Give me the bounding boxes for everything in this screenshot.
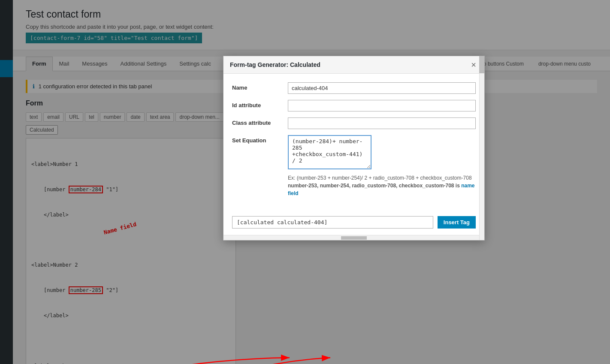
modal-name-input[interactable] [288,82,476,94]
modal-id-row: Id attribute [232,100,476,111]
modal-name-field-desc: number-253, number-254, radio_custom-708… [288,183,475,196]
modal-scrollbar-track[interactable] [479,56,484,240]
modal-name-label: Name [232,82,288,91]
modal-name-row: Name [232,82,476,94]
modal-equation-example: Ex: (number-253 + number-254)/ 2 + radio… [288,174,476,197]
modal-h-scrollbar[interactable] [223,235,484,240]
modal-name-field-link[interactable]: name field [288,183,475,196]
modal-id-input[interactable] [288,100,476,111]
modal-close-button[interactable]: × [469,60,478,69]
modal-class-label: Class attribute [232,117,288,126]
modal-bottom-row: Insert Tag [223,212,484,235]
modal-title: Form-tag Generator: Calculated [230,61,320,68]
modal-tag-output[interactable] [232,216,433,229]
modal-scrollbar-thumb[interactable] [479,56,484,73]
modal-equation-row: Set Equation (number-284)+ number-285 +c… [232,135,476,197]
modal-body: Name Id attribute Class attribute Set Eq… [223,74,484,212]
insert-tag-button[interactable]: Insert Tag [438,216,476,229]
modal-id-label: Id attribute [232,100,288,108]
modal-class-row: Class attribute [232,117,476,129]
modal-header: Form-tag Generator: Calculated × [223,56,484,74]
modal-h-scroll-thumb[interactable] [341,236,367,240]
modal-equation-textarea[interactable]: (number-284)+ number-285 +checkbox_custo… [288,135,371,169]
modal-form-tag-generator: Form-tag Generator: Calculated × Name Id… [223,56,485,241]
modal-equation-label: Set Equation [232,135,288,144]
modal-equation-container: (number-284)+ number-285 +checkbox_custo… [288,135,476,197]
modal-class-input[interactable] [288,117,476,129]
